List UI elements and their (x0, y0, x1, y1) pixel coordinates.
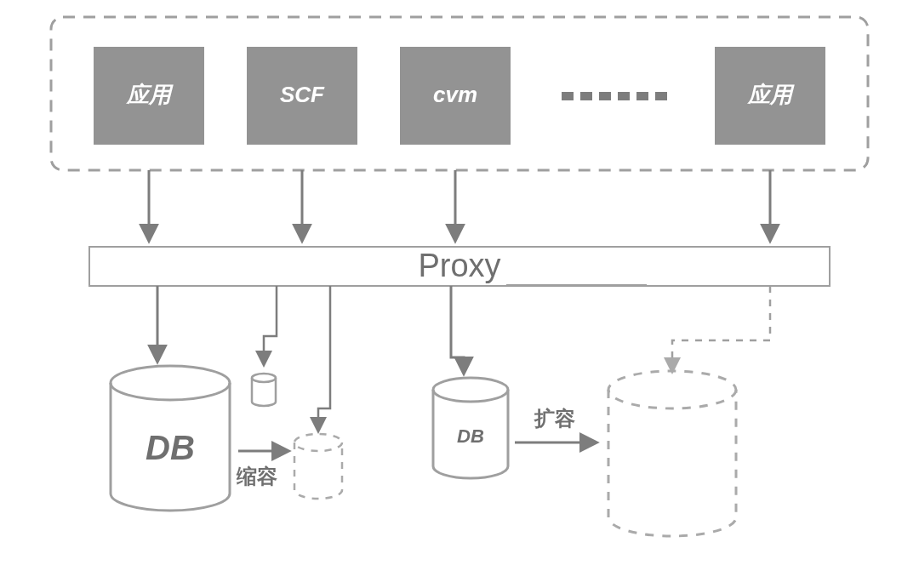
node-scf-label: SCF (280, 82, 325, 107)
svg-rect-7 (636, 92, 648, 100)
db-expand-target (608, 371, 736, 536)
svg-rect-4 (580, 92, 592, 100)
annotation-expand: 扩容 (534, 407, 575, 430)
arrow-proxy-db-mid (451, 286, 464, 373)
node-proxy: Proxy (89, 247, 830, 286)
db-big: DB (111, 366, 230, 511)
node-cvm: cvm (400, 47, 511, 145)
arrow-proxy-shrink-target (318, 286, 330, 431)
db-mid: DB (433, 378, 508, 478)
node-app1: 应用 (94, 47, 204, 145)
node-app2: 应用 (715, 47, 825, 145)
node-proxy-label: Proxy (418, 248, 500, 283)
node-app2-label: 应用 (746, 82, 795, 107)
db-mid-label: DB (457, 425, 484, 447)
node-scf: SCF (247, 47, 357, 145)
db-small (252, 374, 276, 406)
ellipsis-dots (562, 92, 667, 100)
db-big-label: DB (146, 429, 195, 466)
svg-point-14 (294, 434, 342, 451)
svg-point-12 (111, 366, 230, 400)
svg-rect-8 (655, 92, 667, 100)
svg-rect-5 (599, 92, 611, 100)
svg-point-15 (433, 378, 508, 402)
annotation-shrink: 缩容 (236, 465, 277, 488)
node-cvm-label: cvm (433, 82, 477, 107)
architecture-diagram: 应用 SCF cvm 应用 Proxy DB (0, 0, 919, 588)
svg-point-13 (252, 374, 276, 382)
svg-rect-3 (562, 92, 574, 100)
arrow-proxy-db-expand (672, 286, 770, 371)
node-app1-label: 应用 (125, 82, 174, 107)
svg-rect-6 (618, 92, 630, 100)
db-shrink-target (294, 434, 342, 499)
svg-point-16 (608, 371, 736, 408)
arrow-proxy-db-small (264, 286, 277, 364)
